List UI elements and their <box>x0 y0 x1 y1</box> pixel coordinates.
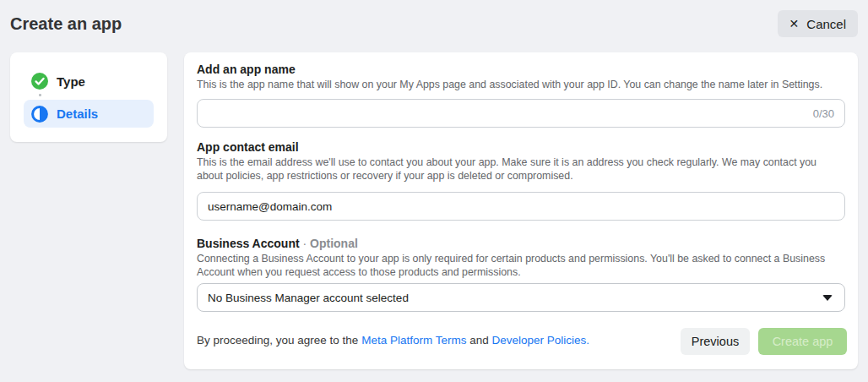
contact-email-input[interactable] <box>198 200 844 213</box>
stepper-item-type[interactable]: Type <box>24 69 154 93</box>
stepper-item-type-label: Type <box>57 74 85 89</box>
close-icon: ✕ <box>789 18 800 30</box>
app-name-field: 0/30 <box>197 99 845 128</box>
stepper-sidebar: Type Details <box>10 52 167 142</box>
app-name-description: This is the app name that will show on y… <box>197 78 845 91</box>
caret-down-icon <box>822 295 833 301</box>
page-title: Create an app <box>10 14 122 34</box>
details-form-card: Add an app name This is the app name tha… <box>184 52 858 369</box>
app-name-input[interactable] <box>198 107 813 120</box>
optional-badge: Optional <box>310 237 358 250</box>
stepper-item-details-label: Details <box>57 106 98 121</box>
char-counter: 0/30 <box>813 107 844 120</box>
half-circle-progress-icon <box>31 106 48 123</box>
label-separator: · <box>300 237 310 250</box>
cancel-button[interactable]: ✕ Cancel <box>778 10 858 37</box>
business-account-select[interactable]: No Business Manager account selected <box>197 283 845 312</box>
contact-email-description: This is the email address we'll use to c… <box>197 156 845 183</box>
previous-button[interactable]: Previous <box>681 328 750 355</box>
create-app-page: Create an app ✕ Cancel Type Details <box>0 0 868 382</box>
meta-platform-terms-link[interactable]: Meta Platform Terms <box>361 334 466 347</box>
agreement-and: and <box>466 334 491 347</box>
app-name-label: Add an app name <box>197 63 296 76</box>
business-account-selected-value: No Business Manager account selected <box>208 292 822 304</box>
contact-email-label: App contact email <box>197 140 299 154</box>
check-circle-icon <box>31 73 48 90</box>
agreement-text: By proceeding, you agree to the Meta Pla… <box>197 334 589 347</box>
developer-policies-link[interactable]: Developer Policies. <box>491 334 589 347</box>
business-account-label: Business Account · Optional <box>197 237 358 250</box>
cancel-button-label: Cancel <box>806 17 846 31</box>
business-account-label-text: Business Account <box>197 237 300 250</box>
stepper-item-details[interactable]: Details <box>24 100 154 128</box>
create-app-button[interactable]: Create app <box>758 328 847 355</box>
contact-email-field <box>197 192 845 221</box>
agreement-prefix: By proceeding, you agree to the <box>197 334 361 347</box>
business-account-description: Connecting a Business Account to your ap… <box>197 252 845 279</box>
